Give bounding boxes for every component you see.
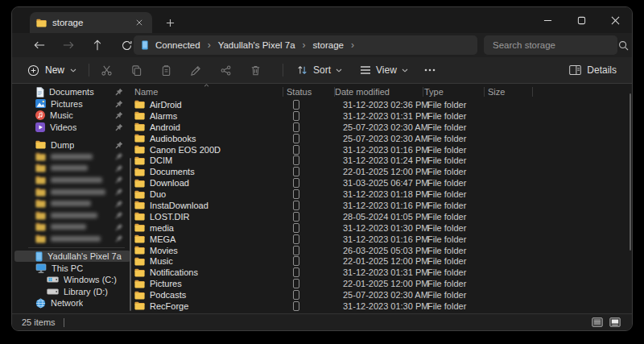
sync-status-icon xyxy=(293,178,299,188)
forward-arrow-icon xyxy=(63,40,74,50)
copy-button[interactable] xyxy=(126,60,146,80)
file-row[interactable]: LOST.DIR28-05-2024 01:05 PMFile folder xyxy=(133,211,632,222)
file-row[interactable]: Pictures22-01-2025 12:00 PMFile folder xyxy=(133,278,632,289)
sidebar-item-network[interactable]: Network xyxy=(14,297,130,309)
titlebar[interactable]: storage xyxy=(12,7,632,33)
file-row[interactable]: DCIM31-12-2023 01:24 PMFile folder xyxy=(133,155,632,166)
view-button[interactable]: View xyxy=(354,60,414,81)
file-row[interactable]: MEGA31-12-2023 01:16 PMFile folder xyxy=(133,234,632,245)
chevron-right-icon[interactable]: › xyxy=(303,41,306,49)
paste-button[interactable] xyxy=(156,60,175,80)
sidebar-item-videos[interactable]: Videos xyxy=(14,122,130,134)
sidebar-item-this-pc[interactable]: This PC xyxy=(14,262,130,274)
file-row[interactable]: Documents22-01-2025 12:00 PMFile folder xyxy=(133,166,632,177)
file-name: Podcasts xyxy=(150,290,186,300)
sidebar-item-blurred[interactable] xyxy=(14,186,130,198)
sidebar-item-yadullah-s-pixel-7a[interactable]: Yadullah's Pixel 7a xyxy=(14,251,130,263)
more-options-button[interactable] xyxy=(420,60,440,80)
file-name: InstaDownload xyxy=(150,201,208,210)
sidebar-item-blurred[interactable] xyxy=(14,151,130,163)
search-box[interactable] xyxy=(484,35,617,55)
file-row[interactable]: Android25-07-2023 02:30 AMFile folder xyxy=(133,122,632,133)
back-button[interactable] xyxy=(32,38,47,52)
sidebar-item-music[interactable]: Music xyxy=(14,110,130,122)
column-header-status[interactable]: Status xyxy=(283,85,334,99)
sidebar-item-label: This PC xyxy=(52,263,83,273)
sidebar-item-blurred[interactable] xyxy=(14,233,130,245)
file-row[interactable]: Duo31-12-2023 01:18 PMFile folder xyxy=(133,189,632,200)
sidebar-item-blurred[interactable] xyxy=(14,209,130,222)
explorer-tab[interactable]: storage xyxy=(30,12,152,33)
file-row[interactable]: Notifications31-12-2023 01:31 PMFile fol… xyxy=(133,267,632,278)
file-row[interactable]: AirDroid31-12-2023 02:36 PMFile folder xyxy=(133,99,632,110)
sidebar-scrollbar[interactable] xyxy=(130,158,131,311)
rename-button[interactable] xyxy=(186,60,205,80)
file-row[interactable]: InstaDownload31-12-2023 01:16 PMFile fol… xyxy=(133,200,632,211)
delete-button[interactable] xyxy=(246,60,265,80)
column-header-name[interactable]: Name xyxy=(133,85,283,99)
circle-plus-icon xyxy=(27,64,39,77)
file-row[interactable]: Download31-03-2025 06:47 PMFile folder xyxy=(133,177,632,189)
sync-status-icon xyxy=(293,100,299,110)
sidebar-item-blurred[interactable] xyxy=(14,222,130,234)
new-tab-button[interactable] xyxy=(162,15,178,31)
sidebar-item-dump[interactable]: Dump xyxy=(14,139,130,151)
maximize-button[interactable] xyxy=(564,7,598,33)
file-name: Audiobooks xyxy=(150,134,196,143)
sort-button[interactable]: Sort xyxy=(291,60,348,81)
view-lines-icon xyxy=(360,65,371,75)
file-type: File folder xyxy=(423,145,484,155)
cut-button[interactable] xyxy=(97,60,116,80)
column-header-size[interactable]: Size xyxy=(484,85,532,99)
up-button[interactable] xyxy=(90,38,105,52)
toolbar-divider xyxy=(89,64,89,77)
forward-button[interactable] xyxy=(61,38,76,52)
minimize-button[interactable] xyxy=(530,7,564,33)
new-button-label: New xyxy=(45,64,64,76)
column-header-date-modified[interactable]: Date modified xyxy=(334,85,423,99)
sidebar-item-blurred[interactable] xyxy=(14,197,130,209)
file-row[interactable]: RecForge31-12-2023 01:30 PMFile folder xyxy=(133,300,632,312)
pc-icon xyxy=(35,263,47,273)
large-icons-view-toggle[interactable] xyxy=(607,316,622,329)
file-row[interactable]: Movies26-03-2025 05:03 PMFile folder xyxy=(133,245,632,256)
file-row[interactable]: Alarms31-12-2023 01:31 PMFile folder xyxy=(133,110,632,122)
sidebar-item-documents[interactable]: Documents xyxy=(14,86,130,98)
details-pane-button[interactable]: Details xyxy=(564,60,621,81)
file-list-scrollbar[interactable] xyxy=(630,93,631,251)
sidebar-item-blurred[interactable] xyxy=(14,163,130,175)
sidebar-item-label: Videos xyxy=(50,122,76,132)
close-button[interactable] xyxy=(598,7,632,33)
file-row[interactable]: Audiobooks25-07-2023 02:30 AMFile folder xyxy=(133,133,632,144)
breadcrumb-segment[interactable]: storage xyxy=(313,40,344,50)
breadcrumb-segment[interactable]: Yadullah's Pixel 7a xyxy=(218,40,295,50)
sidebar-item-pictures[interactable]: Pictures xyxy=(14,98,130,110)
sync-status-icon xyxy=(293,279,299,288)
column-header-filler xyxy=(532,85,632,99)
share-button[interactable] xyxy=(216,60,235,80)
sidebar-item-windows-c[interactable]: Windows (C:) xyxy=(14,274,130,286)
address-bar[interactable]: Connected›Yadullah's Pixel 7a›storage› xyxy=(134,35,477,55)
new-button[interactable]: New xyxy=(23,60,81,81)
sidebar-item-library-d[interactable]: Library (D:) xyxy=(14,286,130,298)
breadcrumb-segment[interactable]: Connected xyxy=(155,40,200,50)
blurred-folder-label xyxy=(51,224,86,230)
date-modified: 25-07-2023 02:30 AM xyxy=(334,134,423,143)
refresh-button[interactable] xyxy=(119,38,134,52)
search-input[interactable] xyxy=(491,39,618,51)
column-header-type[interactable]: Type xyxy=(423,85,484,99)
details-view-toggle[interactable] xyxy=(589,316,605,329)
file-name: Alarms xyxy=(150,111,177,121)
sidebar-item-label: Network xyxy=(51,298,83,308)
sidebar-item-blurred[interactable] xyxy=(14,174,130,186)
tab-close-button[interactable] xyxy=(133,16,146,29)
sort-arrows-icon xyxy=(296,64,308,76)
file-row[interactable]: media31-12-2023 01:30 PMFile folder xyxy=(133,222,632,234)
file-type: File folder xyxy=(423,301,484,311)
chevron-right-icon[interactable]: › xyxy=(208,41,211,49)
file-row[interactable]: Music22-01-2025 12:00 PMFile folder xyxy=(133,255,632,267)
file-row[interactable]: Podcasts25-07-2023 02:30 AMFile folder xyxy=(133,289,632,300)
file-row[interactable]: Canon EOS 200D31-12-2023 01:16 PMFile fo… xyxy=(133,144,632,155)
chevron-right-icon[interactable]: › xyxy=(351,41,354,49)
folder-icon xyxy=(35,211,46,220)
